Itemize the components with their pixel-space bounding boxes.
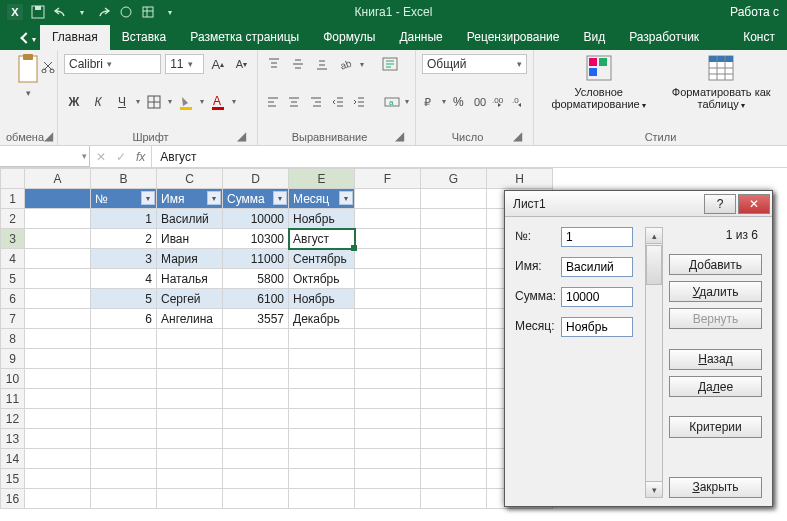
- align-middle-icon[interactable]: [288, 54, 308, 74]
- orientation-icon[interactable]: ab: [336, 54, 356, 74]
- filter-icon[interactable]: ▾: [141, 191, 155, 205]
- underline-button[interactable]: Ч: [112, 92, 132, 112]
- form-scrollbar[interactable]: ▴ ▾: [645, 227, 663, 498]
- row-header-16[interactable]: 16: [1, 489, 25, 509]
- cell[interactable]: Декабрь: [289, 309, 355, 329]
- qat-customize-icon[interactable]: ▾: [162, 4, 178, 20]
- cell[interactable]: Ноябрь: [289, 289, 355, 309]
- fill-color-icon[interactable]: [176, 92, 196, 112]
- align-top-icon[interactable]: [264, 54, 284, 74]
- font-color-dropdown-icon[interactable]: ▾: [232, 97, 236, 106]
- dialog-close-button[interactable]: ✕: [738, 194, 770, 214]
- row-header-1[interactable]: 1: [1, 189, 25, 209]
- cell[interactable]: 1: [91, 209, 157, 229]
- col-header-F[interactable]: F: [355, 169, 421, 189]
- tab-insert[interactable]: Вставка: [110, 25, 179, 50]
- col-header-B[interactable]: B: [91, 169, 157, 189]
- col-header-H[interactable]: H: [487, 169, 553, 189]
- cell[interactable]: 6: [91, 309, 157, 329]
- merge-center-icon[interactable]: a: [383, 92, 401, 112]
- cell[interactable]: 5: [91, 289, 157, 309]
- tab-page-layout[interactable]: Разметка страницы: [178, 25, 311, 50]
- cell[interactable]: 10000: [223, 209, 289, 229]
- row-header-3[interactable]: 3: [1, 229, 25, 249]
- align-center-icon[interactable]: [286, 92, 304, 112]
- table-header-name[interactable]: Имя▾: [157, 189, 223, 209]
- row-header-5[interactable]: 5: [1, 269, 25, 289]
- percent-format-icon[interactable]: %: [450, 92, 466, 112]
- accounting-dropdown-icon[interactable]: ▾: [442, 97, 446, 106]
- touch-mode-icon[interactable]: [118, 4, 134, 20]
- cell[interactable]: 3: [91, 249, 157, 269]
- col-header-E[interactable]: E: [289, 169, 355, 189]
- cell[interactable]: Иван: [157, 229, 223, 249]
- scroll-up-icon[interactable]: ▴: [646, 228, 662, 244]
- cell[interactable]: 11000: [223, 249, 289, 269]
- row-header-9[interactable]: 9: [1, 349, 25, 369]
- increase-decimal-icon[interactable]: .00: [491, 92, 507, 112]
- col-header-A[interactable]: A: [25, 169, 91, 189]
- undo-icon[interactable]: [52, 4, 68, 20]
- row-header-7[interactable]: 7: [1, 309, 25, 329]
- cell[interactable]: 2: [91, 229, 157, 249]
- number-format-combo[interactable]: Общий▾: [422, 54, 527, 74]
- row-header-13[interactable]: 13: [1, 429, 25, 449]
- row-header-12[interactable]: 12: [1, 409, 25, 429]
- row-header-4[interactable]: 4: [1, 249, 25, 269]
- accounting-format-icon[interactable]: ₽: [422, 92, 438, 112]
- row-header-10[interactable]: 10: [1, 369, 25, 389]
- cancel-edit-icon[interactable]: ✕: [96, 150, 106, 164]
- name-box[interactable]: ▾: [0, 146, 90, 167]
- table-header-no[interactable]: №▾: [91, 189, 157, 209]
- field-input-name[interactable]: [561, 257, 633, 277]
- cell[interactable]: Сентябрь: [289, 249, 355, 269]
- cell[interactable]: Мария: [157, 249, 223, 269]
- tab-home[interactable]: Главная: [40, 25, 110, 50]
- dialog-title-bar[interactable]: Лист1 ? ✕: [505, 191, 772, 217]
- tab-developer[interactable]: Разработчик: [617, 25, 711, 50]
- wrap-text-icon[interactable]: [380, 54, 400, 74]
- row-header-2[interactable]: 2: [1, 209, 25, 229]
- form-criteria-button[interactable]: Критерии: [669, 416, 762, 437]
- col-header-C[interactable]: C: [157, 169, 223, 189]
- row-header-14[interactable]: 14: [1, 449, 25, 469]
- form-delete-button[interactable]: Удалить: [669, 281, 762, 302]
- row-header-11[interactable]: 11: [1, 389, 25, 409]
- borders-icon[interactable]: [144, 92, 164, 112]
- tab-view[interactable]: Вид: [571, 25, 617, 50]
- table-header-sum[interactable]: Сумма▾: [223, 189, 289, 209]
- font-color-icon[interactable]: A: [208, 92, 228, 112]
- filter-icon[interactable]: ▾: [339, 191, 353, 205]
- format-as-table-button[interactable]: Форматировать как таблицу ▾: [661, 54, 781, 129]
- align-bottom-icon[interactable]: [312, 54, 332, 74]
- form-add-button[interactable]: Добавить: [669, 254, 762, 275]
- tab-formulas[interactable]: Формулы: [311, 25, 387, 50]
- qat-dropdown-icon[interactable]: ▾: [74, 4, 90, 20]
- save-icon[interactable]: [30, 4, 46, 20]
- cell[interactable]: 5800: [223, 269, 289, 289]
- shrink-font-icon[interactable]: A▾: [232, 54, 251, 74]
- form-icon[interactable]: [140, 4, 156, 20]
- cell[interactable]: Ангелина: [157, 309, 223, 329]
- align-right-icon[interactable]: [307, 92, 325, 112]
- number-launcher-icon[interactable]: ◢: [513, 129, 527, 143]
- decrease-decimal-icon[interactable]: .0: [511, 92, 527, 112]
- scroll-down-icon[interactable]: ▾: [646, 481, 662, 497]
- conditional-formatting-button[interactable]: Условное форматирование ▾: [540, 54, 657, 129]
- cell[interactable]: 6100: [223, 289, 289, 309]
- form-close-button[interactable]: Закрыть: [669, 477, 762, 498]
- tab-table-design[interactable]: Конст: [731, 25, 787, 50]
- tab-review[interactable]: Рецензирование: [455, 25, 572, 50]
- merge-dropdown-icon[interactable]: ▾: [405, 97, 409, 106]
- field-input-month[interactable]: [561, 317, 633, 337]
- cell[interactable]: Октябрь: [289, 269, 355, 289]
- align-launcher-icon[interactable]: ◢: [395, 129, 409, 143]
- col-header-D[interactable]: D: [223, 169, 289, 189]
- row-header-6[interactable]: 6: [1, 289, 25, 309]
- cell[interactable]: Наталья: [157, 269, 223, 289]
- dialog-help-button[interactable]: ?: [704, 194, 736, 214]
- active-cell[interactable]: Август: [289, 229, 355, 249]
- cell[interactable]: 10300: [223, 229, 289, 249]
- insert-function-icon[interactable]: fx: [136, 150, 145, 164]
- decrease-indent-icon[interactable]: [329, 92, 347, 112]
